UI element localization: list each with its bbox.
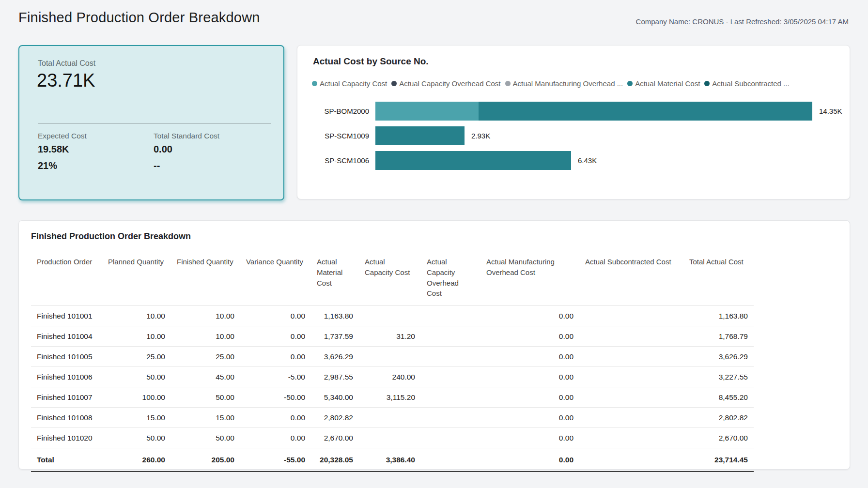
value-cell[interactable] — [579, 387, 683, 408]
bar[interactable] — [375, 102, 812, 121]
value-cell[interactable]: 0.00 — [480, 326, 579, 347]
value-cell[interactable]: 10.00 — [102, 326, 171, 347]
value-cell[interactable] — [421, 428, 480, 448]
value-cell[interactable]: 23,714.45 — [683, 448, 754, 472]
value-cell[interactable]: 25.00 — [102, 347, 171, 367]
bar-segment[interactable] — [375, 151, 571, 170]
value-cell[interactable]: 0.00 — [480, 367, 579, 387]
value-cell[interactable]: 3,626.29 — [683, 347, 754, 367]
value-cell[interactable]: 2,987.55 — [311, 367, 359, 387]
value-cell[interactable]: 1,768.79 — [683, 326, 754, 347]
column-header[interactable]: Actual Manufacturing Overhead Cost — [480, 252, 579, 306]
value-cell[interactable]: 0.00 — [480, 448, 579, 472]
value-cell[interactable] — [421, 367, 480, 387]
value-cell[interactable]: 10.00 — [171, 326, 240, 347]
value-cell[interactable] — [579, 408, 683, 428]
column-header[interactable]: Total Actual Cost — [683, 252, 754, 306]
value-cell[interactable] — [579, 367, 683, 387]
value-cell[interactable]: 205.00 — [171, 448, 240, 472]
value-cell[interactable] — [579, 347, 683, 367]
value-cell[interactable]: -5.00 — [240, 367, 311, 387]
column-header[interactable]: Planned Quantity — [102, 252, 171, 306]
row-label-cell[interactable]: Finished 101007 — [31, 387, 102, 408]
row-label-cell[interactable]: Finished 101008 — [31, 408, 102, 428]
legend-item[interactable]: Actual Capacity Overhead Cost — [391, 79, 500, 88]
bar-segment[interactable] — [375, 102, 479, 121]
value-cell[interactable]: 50.00 — [102, 367, 171, 387]
row-label-cell[interactable]: Finished 101006 — [31, 367, 102, 387]
bar-segment[interactable] — [375, 126, 465, 145]
value-cell[interactable]: 2,802.82 — [311, 408, 359, 428]
value-cell[interactable]: 50.00 — [102, 428, 171, 448]
value-cell[interactable]: 50.00 — [171, 387, 240, 408]
row-label-cell[interactable]: Finished 101004 — [31, 326, 102, 347]
value-cell[interactable]: 3,227.55 — [683, 367, 754, 387]
value-cell[interactable]: 2,670.00 — [311, 428, 359, 448]
value-cell[interactable]: 3,386.40 — [359, 448, 421, 472]
value-cell[interactable]: 10.00 — [102, 306, 171, 326]
kpi-card-total-actual-cost[interactable]: Total Actual Cost 23.71K Expected Cost 1… — [18, 45, 284, 200]
value-cell[interactable] — [359, 306, 421, 326]
row-label-cell[interactable]: Finished 101001 — [31, 306, 102, 326]
value-cell[interactable]: 5,340.00 — [311, 387, 359, 408]
bar[interactable] — [375, 151, 571, 170]
value-cell[interactable]: 240.00 — [359, 367, 421, 387]
value-cell[interactable]: 260.00 — [102, 448, 171, 472]
row-label-cell[interactable]: Total — [31, 448, 102, 472]
value-cell[interactable]: 45.00 — [171, 367, 240, 387]
value-cell[interactable]: 3,626.29 — [311, 347, 359, 367]
column-header[interactable]: Production Order — [31, 252, 102, 306]
value-cell[interactable] — [359, 347, 421, 367]
value-cell[interactable]: -55.00 — [240, 448, 311, 472]
row-label-cell[interactable]: Finished 101020 — [31, 428, 102, 448]
value-cell[interactable] — [421, 408, 480, 428]
value-cell[interactable]: 0.00 — [480, 408, 579, 428]
value-cell[interactable] — [579, 428, 683, 448]
value-cell[interactable]: 15.00 — [102, 408, 171, 428]
value-cell[interactable] — [421, 387, 480, 408]
value-cell[interactable]: 31.20 — [359, 326, 421, 347]
value-cell[interactable]: 1,163.80 — [683, 306, 754, 326]
value-cell[interactable]: 1,163.80 — [311, 306, 359, 326]
column-header[interactable]: Actual Material Cost — [311, 252, 359, 306]
value-cell[interactable]: 2,802.82 — [683, 408, 754, 428]
value-cell[interactable]: 50.00 — [171, 428, 240, 448]
value-cell[interactable]: 20,328.05 — [311, 448, 359, 472]
column-header[interactable]: Actual Subcontracted Cost — [579, 252, 683, 306]
column-header[interactable]: Actual Capacity Overhead Cost — [421, 252, 480, 306]
column-header[interactable]: Variance Quantity — [240, 252, 311, 306]
column-header[interactable]: Actual Capacity Cost — [359, 252, 421, 306]
value-cell[interactable]: -50.00 — [240, 387, 311, 408]
row-label-cell[interactable]: Finished 101005 — [31, 347, 102, 367]
value-cell[interactable]: 0.00 — [480, 347, 579, 367]
value-cell[interactable] — [359, 428, 421, 448]
value-cell[interactable]: 0.00 — [240, 306, 311, 326]
value-cell[interactable]: 0.00 — [480, 387, 579, 408]
value-cell[interactable]: 100.00 — [102, 387, 171, 408]
value-cell[interactable]: 0.00 — [240, 428, 311, 448]
value-cell[interactable]: 10.00 — [171, 306, 240, 326]
value-cell[interactable] — [421, 347, 480, 367]
value-cell[interactable]: 0.00 — [240, 408, 311, 428]
value-cell[interactable]: 25.00 — [171, 347, 240, 367]
bar-segment[interactable] — [479, 102, 812, 121]
bar[interactable] — [375, 126, 465, 145]
value-cell[interactable] — [421, 326, 480, 347]
value-cell[interactable] — [579, 306, 683, 326]
value-cell[interactable]: 15.00 — [171, 408, 240, 428]
legend-item[interactable]: Actual Capacity Cost — [312, 79, 387, 88]
legend-item[interactable]: Actual Material Cost — [627, 79, 700, 88]
value-cell[interactable]: 0.00 — [240, 347, 311, 367]
value-cell[interactable] — [421, 306, 480, 326]
value-cell[interactable]: 8,455.20 — [683, 387, 754, 408]
value-cell[interactable]: 0.00 — [480, 306, 579, 326]
legend-item[interactable]: Actual Manufacturing Overhead ... — [505, 79, 623, 88]
value-cell[interactable]: 1,737.59 — [311, 326, 359, 347]
value-cell[interactable] — [579, 326, 683, 347]
column-header[interactable]: Finished Quantity — [171, 252, 240, 306]
value-cell[interactable]: 0.00 — [480, 428, 579, 448]
value-cell[interactable] — [359, 408, 421, 428]
value-cell[interactable]: 0.00 — [240, 326, 311, 347]
legend-item[interactable]: Actual Subcontracted ... — [704, 79, 789, 88]
value-cell[interactable] — [579, 448, 683, 472]
